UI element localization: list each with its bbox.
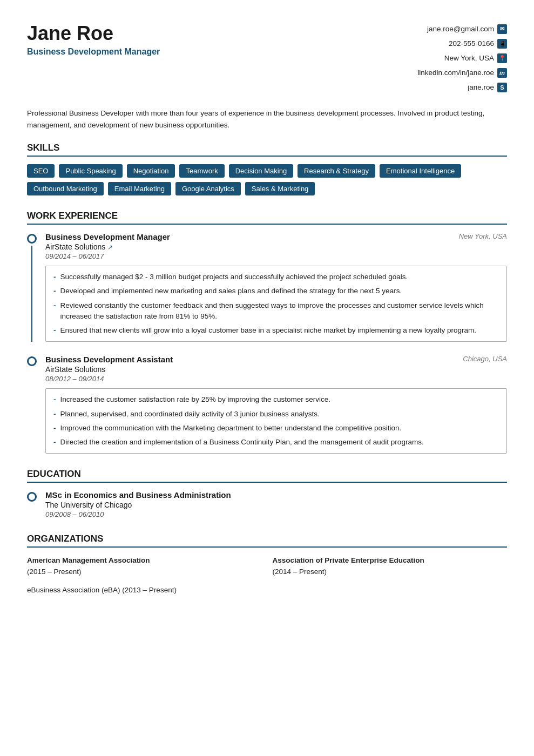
org-dates: (2015 – Present) [27, 568, 82, 576]
bullet-text: Reviewed constantly the customer feedbac… [60, 300, 499, 322]
org-name: Association of Private Enterprise Educat… [273, 556, 424, 564]
org-item: eBusiness Association (eBA) (2013 – Pres… [27, 585, 507, 596]
bullet-item: -Improved the communication with the Mar… [53, 423, 499, 434]
email-row: jane.roe@gmail.com ✉ [417, 22, 507, 36]
entry-left-col: Business Development AssistantAirState S… [45, 355, 173, 383]
contact-info: jane.roe@gmail.com ✉ 202-555-0166 📱 New … [417, 22, 507, 94]
resume-header: Jane Roe Business Development Manager ja… [27, 22, 507, 94]
entry-content: Business Development AssistantAirState S… [45, 355, 507, 454]
timeline-line [31, 246, 32, 342]
skill-tag: Decision Making [229, 164, 293, 178]
skills-section-title: SKILLS [27, 143, 507, 157]
org-dates: (2014 – Present) [273, 568, 327, 576]
entry-bullets: -Successfully managed $2 - 3 million bud… [45, 266, 507, 342]
bullet-dash: - [53, 437, 56, 448]
bullet-dash: - [53, 394, 56, 405]
bullet-text: Developed and implemented new marketing … [60, 286, 402, 296]
bullet-dash: - [53, 300, 56, 322]
portfolio-icon: S [497, 83, 507, 92]
skills-container: SEOPublic SpeakingNegotiationTeamworkDec… [27, 164, 507, 195]
entry-job-title: Business Development Manager [45, 232, 170, 241]
phone-icon: 📱 [497, 39, 507, 49]
bullet-text: Planned, supervised, and coordinated dai… [60, 409, 320, 420]
organizations-section: ORGANIZATIONS American Management Associ… [27, 534, 507, 596]
entry-header-row: Business Development AssistantAirState S… [45, 355, 507, 383]
edu-dates: 09/2008 – 06/2010 [45, 510, 507, 518]
bullet-dash: - [53, 409, 56, 420]
entry-bullets: -Increased the customer satisfaction rat… [45, 388, 507, 454]
bullet-text: Directed the creation and implementation… [60, 437, 424, 448]
entry-company: AirState Solutions ↗ [45, 242, 170, 251]
education-entry: MSc in Economics and Business Administra… [27, 490, 507, 518]
bullet-item: -Successfully managed $2 - 3 million bud… [53, 272, 499, 282]
bullet-item: -Planned, supervised, and coordinated da… [53, 409, 499, 420]
timeline-dot [27, 356, 37, 366]
entry-company: AirState Solutions [45, 365, 173, 374]
work-experience-section: WORK EXPERIENCE Business Development Man… [27, 211, 507, 454]
location-icon: 📍 [497, 53, 507, 63]
bullet-text: Successfully managed $2 - 3 million budg… [60, 272, 408, 282]
candidate-name: Jane Roe [27, 22, 417, 45]
linkedin-row: linkedin.com/in/jane.roe in [417, 65, 507, 80]
bullet-text: Improved the communication with the Mark… [60, 423, 402, 434]
bullet-item: -Reviewed constantly the customer feedba… [53, 300, 499, 322]
entry-job-title: Business Development Assistant [45, 355, 173, 364]
bullet-text: Ensured that new clients will grow into … [60, 325, 477, 336]
phone-row: 202-555-0166 📱 [417, 36, 507, 51]
skill-tag: Negotiation [127, 164, 175, 178]
skill-tag: Teamwork [179, 164, 224, 178]
location-text: New York, USA [444, 51, 494, 65]
bullet-dash: - [53, 423, 56, 434]
edu-school: The University of Chicago [45, 501, 507, 509]
external-link-icon: ↗ [105, 244, 112, 251]
organizations-title: ORGANIZATIONS [27, 534, 507, 548]
education-section: EDUCATION MSc in Economics and Business … [27, 469, 507, 518]
linkedin-text: linkedin.com/in/jane.roe [417, 65, 494, 80]
entry-location: Chicago, USA [463, 355, 507, 363]
edu-content: MSc in Economics and Business Administra… [45, 490, 507, 518]
bullet-item: -Ensured that new clients will grow into… [53, 325, 499, 336]
skill-tag: Emotional Intelligence [380, 164, 461, 178]
entry-header-row: Business Development ManagerAirState Sol… [45, 232, 507, 260]
org-item: Association of Private Enterprise Educat… [273, 555, 508, 577]
timeline-dot-col [27, 232, 37, 342]
header-left: Jane Roe Business Development Manager [27, 22, 417, 57]
entry-content: Business Development ManagerAirState Sol… [45, 232, 507, 342]
email-text: jane.roe@gmail.com [427, 22, 494, 36]
skill-tag: SEO [27, 164, 55, 178]
bullet-dash: - [53, 286, 56, 296]
work-experience-title: WORK EXPERIENCE [27, 211, 507, 225]
bullet-item: -Directed the creation and implementatio… [53, 437, 499, 448]
education-entries: MSc in Economics and Business Administra… [27, 490, 507, 518]
organizations-grid: American Management Association(2015 – P… [27, 555, 507, 596]
bullet-dash: - [53, 272, 56, 282]
skill-tag: Public Speaking [59, 164, 122, 178]
education-title: EDUCATION [27, 469, 507, 483]
candidate-title: Business Development Manager [27, 47, 417, 57]
skills-section: SKILLS SEOPublic SpeakingNegotiationTeam… [27, 143, 507, 195]
work-entries: Business Development ManagerAirState Sol… [27, 232, 507, 454]
location-row: New York, USA 📍 [417, 51, 507, 65]
work-entry: Business Development AssistantAirState S… [27, 355, 507, 454]
portfolio-row: jane.roe S [417, 80, 507, 94]
bullet-text: Increased the customer satisfaction rate… [60, 394, 330, 405]
entry-dates: 08/2012 – 09/2014 [45, 375, 173, 383]
edu-dot [27, 492, 37, 502]
phone-text: 202-555-0166 [449, 36, 494, 51]
skill-tag: Research & Strategy [298, 164, 375, 178]
entry-location: New York, USA [459, 232, 507, 240]
skill-tag: Email Marketing [108, 182, 171, 195]
timeline-dot [27, 234, 37, 244]
entry-left-col: Business Development ManagerAirState Sol… [45, 232, 170, 260]
portfolio-text: jane.roe [468, 80, 494, 94]
bullet-item: -Developed and implemented new marketing… [53, 286, 499, 296]
email-icon: ✉ [497, 24, 507, 34]
work-entry: Business Development ManagerAirState Sol… [27, 232, 507, 342]
skill-tag: Google Analytics [175, 182, 241, 195]
timeline-dot-col [27, 355, 37, 454]
org-name: American Management Association [27, 556, 150, 564]
org-item: American Management Association(2015 – P… [27, 555, 262, 577]
summary-text: Professional Business Developer with mor… [27, 107, 507, 131]
bullet-dash: - [53, 325, 56, 336]
bullet-item: -Increased the customer satisfaction rat… [53, 394, 499, 405]
